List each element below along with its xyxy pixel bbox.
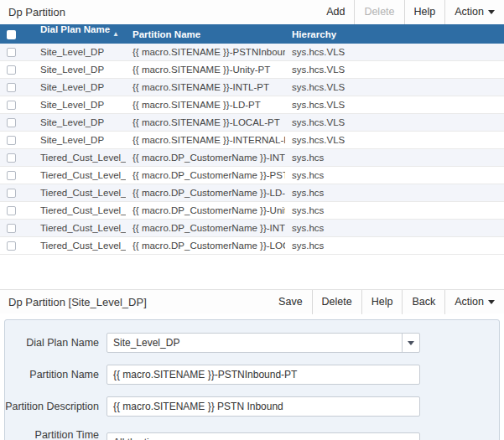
table-row[interactable]: Site_Level_DP{{ macro.SITENAME }}-PSTNIn… bbox=[0, 44, 504, 61]
column-header-partition-name[interactable]: Partition Name bbox=[126, 24, 285, 44]
cell-dial-plan-name: Site_Level_DP bbox=[34, 44, 126, 61]
detail-section-title: Dp Partition [Site_Level_DP] bbox=[8, 296, 147, 308]
cell-hierarchy: sys.hcs bbox=[285, 184, 504, 202]
column-header-label: Partition Name bbox=[132, 29, 200, 39]
table-row[interactable]: Site_Level_DP{{ macro.SITENAME }}-INTL-P… bbox=[0, 79, 504, 96]
row-checkbox[interactable] bbox=[7, 83, 16, 92]
table-row[interactable]: Tiered_Cust_Level_DP{{ macro.DP_Customer… bbox=[0, 237, 504, 255]
row-checkbox[interactable] bbox=[7, 136, 16, 145]
row-checkbox-cell bbox=[0, 114, 34, 132]
table-row[interactable]: Site_Level_DP{{ macro.SITENAME }}-INTERN… bbox=[0, 132, 504, 149]
select-selected-value: Site_Level_DP bbox=[107, 337, 402, 349]
back-button[interactable]: Back bbox=[402, 290, 444, 314]
add-button[interactable]: Add bbox=[317, 0, 354, 24]
table-row[interactable]: Site_Level_DP{{ macro.SITENAME }}-LOCAL-… bbox=[0, 114, 504, 132]
cell-partition-name: {{ macro.DP_CustomerName }}-INTERNAL-PT bbox=[126, 149, 285, 167]
row-checkbox-cell bbox=[0, 132, 34, 149]
row-checkbox-cell bbox=[0, 167, 34, 184]
cell-partition-name: {{ macro.SITENAME }}-INTL-PT bbox=[126, 79, 285, 96]
cell-dial-plan-name: Site_Level_DP bbox=[34, 114, 126, 132]
cell-dial-plan-name: Tiered_Cust_Level_DP bbox=[34, 220, 126, 237]
row-checkbox-cell bbox=[0, 184, 34, 202]
action-button[interactable]: Action bbox=[444, 0, 504, 24]
field-label: Partition Description bbox=[5, 400, 99, 414]
field-label: Partition Name bbox=[5, 368, 99, 382]
row-checkbox-cell bbox=[0, 237, 34, 255]
column-header-hierarchy[interactable]: Hierarchy bbox=[285, 24, 504, 44]
row-checkbox[interactable] bbox=[7, 153, 16, 163]
cell-hierarchy: sys.hcs.VLS bbox=[285, 96, 504, 114]
cell-partition-name: {{ macro.SITENAME }}-PSTNInbound-PT bbox=[126, 44, 285, 61]
caret-down-icon bbox=[488, 10, 495, 14]
row-checkbox[interactable] bbox=[7, 118, 16, 127]
row-checkbox[interactable] bbox=[7, 189, 16, 198]
cell-dial-plan-name: Site_Level_DP bbox=[34, 61, 126, 79]
caret-down-icon bbox=[408, 341, 414, 345]
partition-time-schedule-input[interactable]: All the time bbox=[107, 432, 420, 440]
cell-partition-name: {{ macro.DP_CustomerName }}-PSTNInbound-… bbox=[126, 167, 285, 184]
row-checkbox-cell bbox=[0, 79, 34, 96]
row-checkbox[interactable] bbox=[7, 101, 16, 110]
cell-partition-name: {{ macro.SITENAME }}-Unity-PT bbox=[126, 61, 285, 79]
table-row[interactable]: Site_Level_DP{{ macro.SITENAME }}-LD-PTs… bbox=[0, 96, 504, 114]
row-checkbox[interactable] bbox=[7, 224, 16, 233]
sort-ascending-icon: ▲ bbox=[112, 24, 119, 44]
form-row: Partition Time ScheduleAll the time bbox=[5, 428, 499, 440]
select-all-checkbox[interactable] bbox=[7, 30, 16, 39]
detail-toolbar-buttons: SaveDeleteHelpBackAction bbox=[269, 290, 504, 314]
dropdown-arrow-button[interactable] bbox=[402, 334, 419, 352]
form-row: Partition Description{{ macro.SITENAME }… bbox=[5, 396, 499, 417]
delete-button[interactable]: Delete bbox=[354, 0, 403, 24]
cell-hierarchy: sys.hcs.VLS bbox=[285, 61, 504, 79]
row-checkbox-cell bbox=[0, 44, 34, 61]
cell-partition-name: {{ macro.DP_CustomerName }}-LD-PT bbox=[126, 184, 285, 202]
form-row: Dial Plan NameSite_Level_DP bbox=[5, 333, 499, 353]
table-header-row: ▲ Dial Plan Name Partition Name Hierarch… bbox=[0, 24, 504, 44]
cell-hierarchy: sys.hcs bbox=[285, 202, 504, 220]
field-label: Dial Plan Name bbox=[5, 336, 99, 350]
row-checkbox[interactable] bbox=[7, 241, 16, 251]
row-checkbox[interactable] bbox=[7, 206, 16, 215]
row-checkbox[interactable] bbox=[7, 65, 16, 75]
table-row[interactable]: Tiered_Cust_Level_DP{{ macro.DP_Customer… bbox=[0, 220, 504, 237]
help-button[interactable]: Help bbox=[361, 290, 403, 314]
cell-hierarchy: sys.hcs bbox=[285, 237, 504, 255]
help-button[interactable]: Help bbox=[404, 0, 445, 24]
partition-name-input[interactable]: {{ macro.SITENAME }}-PSTNInbound-PT bbox=[107, 365, 420, 385]
detail-toolbar: Dp Partition [Site_Level_DP] SaveDeleteH… bbox=[0, 289, 504, 313]
select-all-header-cell bbox=[0, 24, 34, 44]
cell-dial-plan-name: Tiered_Cust_Level_DP bbox=[34, 184, 126, 202]
field-label: Partition Time Schedule bbox=[5, 428, 99, 440]
cell-dial-plan-name: Tiered_Cust_Level_DP bbox=[34, 237, 126, 255]
table-row[interactable]: Tiered_Cust_Level_DP{{ macro.DP_Customer… bbox=[0, 149, 504, 167]
row-checkbox-cell bbox=[0, 96, 34, 114]
delete-button[interactable]: Delete bbox=[312, 290, 361, 314]
dial-plan-name-select[interactable]: Site_Level_DP bbox=[107, 333, 420, 353]
cell-dial-plan-name: Site_Level_DP bbox=[34, 79, 126, 96]
cell-partition-name: {{ macro.DP_CustomerName }}-Unity-PT bbox=[126, 202, 285, 220]
action-button[interactable]: Action bbox=[444, 290, 504, 314]
table-row[interactable]: Site_Level_DP{{ macro.SITENAME }}-Unity-… bbox=[0, 61, 504, 79]
row-checkbox[interactable] bbox=[7, 171, 16, 180]
cell-hierarchy: sys.hcs bbox=[285, 167, 504, 184]
list-toolbar: Dp Partition AddDeleteHelpAction bbox=[0, 0, 504, 24]
cell-hierarchy: sys.hcs bbox=[285, 149, 504, 167]
row-checkbox-cell bbox=[0, 202, 34, 220]
row-checkbox[interactable] bbox=[7, 48, 16, 57]
cell-dial-plan-name: Tiered_Cust_Level_DP bbox=[34, 149, 126, 167]
cell-partition-name: {{ macro.SITENAME }}-LOCAL-PT bbox=[126, 114, 285, 132]
cell-partition-name: {{ macro.DP_CustomerName }}-LOCAL-PT bbox=[126, 237, 285, 255]
cell-hierarchy: sys.hcs.VLS bbox=[285, 132, 504, 149]
table-row[interactable]: Tiered_Cust_Level_DP{{ macro.DP_Customer… bbox=[0, 202, 504, 220]
row-checkbox-cell bbox=[0, 61, 34, 79]
cell-hierarchy: sys.hcs.VLS bbox=[285, 114, 504, 132]
save-button[interactable]: Save bbox=[269, 290, 312, 314]
partition-description-input[interactable]: {{ macro.SITENAME }} PSTN Inbound bbox=[107, 396, 420, 417]
cell-partition-name: {{ macro.SITENAME }}-LD-PT bbox=[126, 96, 285, 114]
cell-partition-name: {{ macro.DP_CustomerName }}-INTL-PT bbox=[126, 220, 285, 237]
list-toolbar-buttons: AddDeleteHelpAction bbox=[317, 0, 504, 24]
table-row[interactable]: Tiered_Cust_Level_DP{{ macro.DP_Customer… bbox=[0, 184, 504, 202]
column-header-dial-plan-name[interactable]: ▲ Dial Plan Name bbox=[34, 24, 126, 44]
cell-hierarchy: sys.hcs.VLS bbox=[285, 79, 504, 96]
table-row[interactable]: Tiered_Cust_Level_DP{{ macro.DP_Customer… bbox=[0, 167, 504, 184]
